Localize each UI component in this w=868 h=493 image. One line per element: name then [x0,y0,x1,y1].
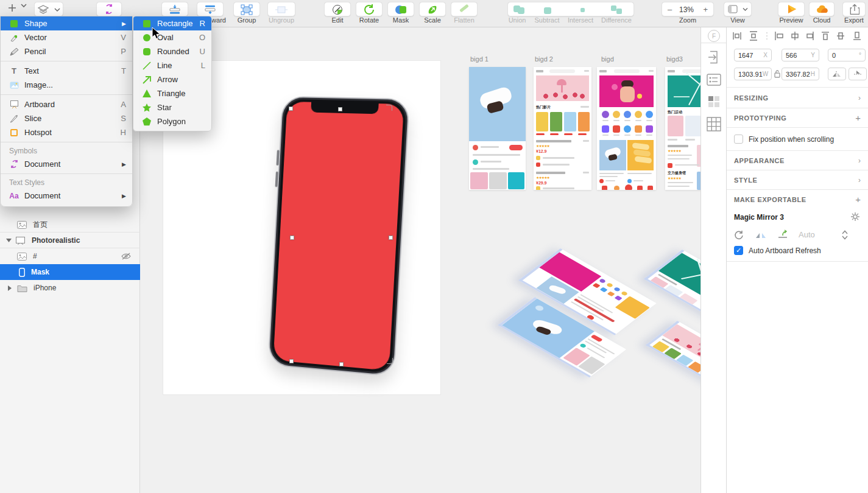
layer-label: 首页 [33,220,48,230]
group-button[interactable] [233,2,260,16]
style-section[interactable]: STYLE [734,177,757,184]
artboard-title[interactable]: bigd 1 [470,55,489,63]
rotation-field[interactable]: 0° [828,49,866,61]
mask-button[interactable] [387,2,414,16]
menu-item-pencil[interactable]: PencilP [1,44,132,58]
menu-item-symbols-document[interactable]: Document▶ [1,157,132,171]
disclosure-down-icon[interactable] [6,238,12,243]
artboard-menu-icon [9,100,19,110]
lock-icon[interactable] [774,69,780,78]
artboard-title[interactable]: bigd3 [666,55,683,63]
selection-handle-bm[interactable] [339,362,344,366]
resizing-section[interactable]: RESIZING [734,94,769,102]
rotate-button[interactable] [356,2,383,16]
canvas[interactable]: bigd 1 bigd 2 bigd bigd3 热门影片 [140,27,700,493]
insert-plus-icon[interactable] [5,3,19,13]
y-field[interactable]: 566Y [782,49,819,61]
refresh-icon[interactable] [734,230,744,240]
menu-item-text[interactable]: T TextT [1,64,132,78]
artboard-bigd1[interactable] [469,67,526,190]
export-panel-icon[interactable] [708,51,720,66]
menu-item-slice[interactable]: SliceS [1,111,132,125]
style-chevron-icon[interactable]: › [858,176,861,184]
resizing-chevron-icon[interactable]: › [858,94,861,102]
menu-item-image[interactable]: Image... [1,78,132,92]
menu-item-shape[interactable]: Shape▶ [1,16,132,30]
menu-item-text-styles-document[interactable]: Aa Document▶ [1,189,132,203]
zoom-label: Zoom [662,16,714,24]
hotspot-icon [9,128,19,138]
appearance-chevron-icon[interactable]: › [858,156,861,165]
detach-icon[interactable] [778,229,789,239]
preview-button[interactable] [778,2,805,16]
export-button[interactable] [842,2,866,16]
phone-layer-icon [19,268,25,277]
edit-button[interactable] [324,2,351,16]
scale-button[interactable] [419,2,446,16]
menu-item-hotspot[interactable]: HotspotH [1,125,132,139]
view-button[interactable] [724,2,752,16]
artboard-bigd3[interactable]: 热门运动 ★★★★★ 立力健身馆 ★★★★★ [665,67,700,190]
zoom-out-button[interactable]: – [668,5,672,14]
selection-handle-mr[interactable] [389,236,393,240]
selection-corner-br[interactable] [387,358,393,364]
auto-refresh-checkbox[interactable]: ✓ [734,246,743,255]
artboard-bigd2[interactable]: 热门影片 ★★★★★ ¥12.9 ★★★★★ ¥29.9 [534,67,591,190]
avatar-badge[interactable]: F [708,30,720,42]
flip-horizontal-button[interactable] [828,68,846,80]
make-exportable-add-icon[interactable]: + [855,194,861,205]
align-distribute-icons[interactable] [733,31,864,42]
symbols-button[interactable] [96,2,122,16]
cloud-button[interactable] [809,2,834,16]
card-yellow [627,140,654,170]
zoom-in-button[interactable]: + [703,5,708,14]
layer-row-homepage[interactable]: 首页 [0,217,140,233]
layer-row-mask[interactable]: Mask [0,264,140,280]
submenu-item-oval[interactable]: OvalO [133,30,211,44]
submenu-item-polygon[interactable]: Polygon [133,114,211,128]
fix-position-checkbox[interactable] [734,135,743,144]
gear-icon[interactable] [851,212,859,221]
artboard-title[interactable]: bigd [601,55,614,63]
selection-corner-tr[interactable] [386,105,392,111]
make-exportable-section[interactable]: MAKE EXPORTABLE [734,196,806,203]
height-field[interactable]: 3367.82H [782,68,819,80]
insert-chevron-icon[interactable] [19,3,28,8]
menu-item-vector[interactable]: VectorV [1,30,132,44]
submenu-item-arrow[interactable]: Arrow [133,72,211,86]
text-icon: T [9,66,19,76]
selection-handle-ml[interactable] [290,236,294,240]
menu-item-artboard[interactable]: ArtboardA [1,97,132,111]
artboard-bigd[interactable] [597,67,656,190]
list-panel-icon[interactable] [707,74,721,88]
submenu-item-line[interactable]: LineL [133,58,211,72]
flip-vertical-button[interactable] [849,68,867,80]
submenu-item-rounded[interactable]: RoundedU [133,44,211,58]
width-field[interactable]: 1303.91W [734,68,772,80]
auto-select[interactable]: Auto [799,230,815,239]
components-grid-icon[interactable] [708,96,719,110]
layer-row-hash[interactable]: # [0,248,140,264]
selection-handle-tl[interactable] [289,107,293,111]
prototyping-section[interactable]: PROTOTYPING [734,114,786,122]
grid-table-icon[interactable] [707,117,721,134]
submenu-item-rectangle[interactable]: RectangleR [133,16,211,30]
appearance-section[interactable]: APPEARANCE [734,157,785,164]
prototyping-add-icon[interactable]: + [855,113,861,123]
zoom-control: – 13% + [662,2,714,16]
layer-row-photorealistic[interactable]: Photorealistic [0,233,140,248]
move-forward-button[interactable] [161,2,188,16]
stepper-icon[interactable] [841,229,849,240]
move-backward-button[interactable] [197,2,224,16]
artboard-title[interactable]: bigd 2 [535,55,553,63]
selection-handle-tm[interactable] [338,107,342,111]
selection-handle-bl[interactable] [289,359,294,363]
submenu-item-triangle[interactable]: Triangle [133,86,211,100]
disclosure-right-icon[interactable] [7,285,12,291]
layers-button[interactable] [34,2,63,16]
x-field[interactable]: 1647X [734,49,772,61]
view-label: View [724,16,752,24]
layer-row-iphone[interactable]: iPhone [0,280,140,296]
hidden-eye-icon[interactable] [121,252,132,260]
submenu-item-star[interactable]: Star [133,100,211,114]
